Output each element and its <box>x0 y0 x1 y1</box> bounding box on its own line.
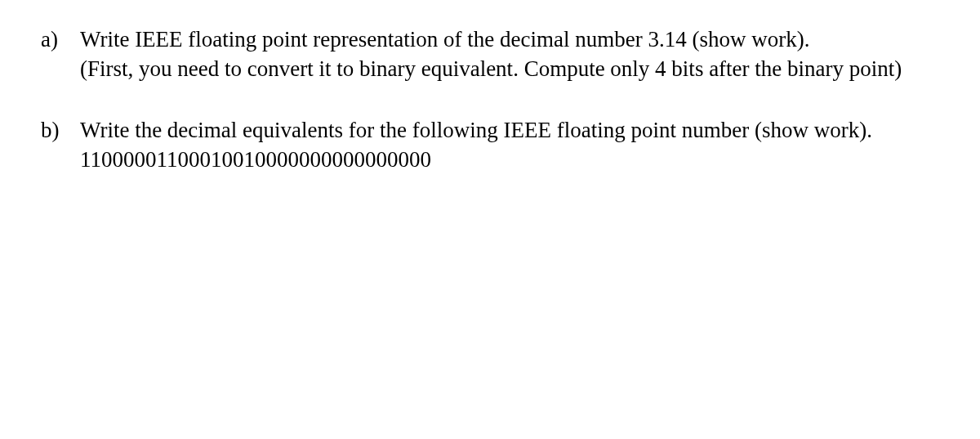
question-a: a) Write IEEE floating point representat… <box>41 25 947 84</box>
question-b-text-1: Write the decimal equivalents for the fo… <box>80 115 947 145</box>
question-a-text-2: (First, you need to convert it to binary… <box>80 54 947 83</box>
question-a-marker: a) <box>41 25 80 84</box>
question-list: a) Write IEEE floating point representat… <box>41 25 947 175</box>
question-a-content: Write IEEE floating point representation… <box>80 25 947 84</box>
question-b: b) Write the decimal equivalents for the… <box>41 115 947 175</box>
question-b-binary: 11000001100010010000000000000000 <box>80 145 947 174</box>
question-a-text-1: Write IEEE floating point representation… <box>80 25 947 54</box>
question-b-marker: b) <box>41 115 80 175</box>
question-b-content: Write the decimal equivalents for the fo… <box>80 115 947 175</box>
